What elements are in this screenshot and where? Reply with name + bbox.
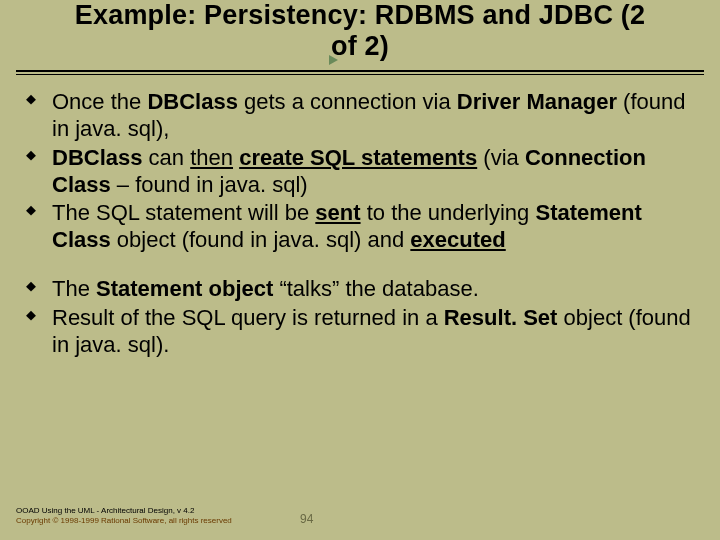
title-line2: of 2) bbox=[331, 31, 389, 61]
text: The bbox=[52, 276, 96, 301]
text: to the underlying bbox=[361, 200, 536, 225]
text-bold: DBClass bbox=[147, 89, 237, 114]
list-item: Result of the SQL query is returned in a… bbox=[26, 305, 694, 359]
page-number: 94 bbox=[300, 512, 313, 526]
list-item: Once the DBClass gets a connection via D… bbox=[26, 89, 694, 143]
text: The SQL statement will be bbox=[52, 200, 315, 225]
text-bold-underline: executed bbox=[410, 227, 505, 252]
text-bold-underline: create SQL statements bbox=[239, 145, 477, 170]
title-underline bbox=[16, 70, 704, 75]
list-item: DBClass can then create SQL statements (… bbox=[26, 145, 694, 199]
footer-line2: Copyright © 1998-1999 Rational Software,… bbox=[16, 516, 232, 526]
play-arrow-icon bbox=[329, 55, 338, 65]
text: (via bbox=[477, 145, 525, 170]
text: Result of the SQL query is returned in a bbox=[52, 305, 444, 330]
list-item: The Statement object “talks” the databas… bbox=[26, 276, 694, 303]
text-bold: Statement object bbox=[96, 276, 273, 301]
title-line1: Example: Persistency: RDBMS and JDBC (2 bbox=[75, 0, 645, 30]
text: – found in java. sql) bbox=[111, 172, 308, 197]
bullet-group-1: Once the DBClass gets a connection via D… bbox=[26, 89, 694, 254]
footer-line1: OOAD Using the UML - Architectural Desig… bbox=[16, 506, 232, 516]
text: can bbox=[142, 145, 190, 170]
text-underline: then bbox=[190, 145, 233, 170]
text: “talks” the database. bbox=[273, 276, 478, 301]
text-bold: DBClass bbox=[52, 145, 142, 170]
slide-title: Example: Persistency: RDBMS and JDBC (2 … bbox=[0, 0, 720, 68]
text-bold-underline: sent bbox=[315, 200, 360, 225]
title-line2-wrap: of 2) bbox=[331, 31, 389, 62]
text: Once the bbox=[52, 89, 147, 114]
text-bold: Result. Set bbox=[444, 305, 558, 330]
list-item: The SQL statement will be sent to the un… bbox=[26, 200, 694, 254]
bullet-group-2: The Statement object “talks” the databas… bbox=[26, 276, 694, 358]
slide-body: Once the DBClass gets a connection via D… bbox=[0, 85, 720, 358]
text-bold: Driver Manager bbox=[457, 89, 617, 114]
text: object (found in java. sql) and bbox=[111, 227, 411, 252]
text: gets a connection via bbox=[238, 89, 457, 114]
footer: OOAD Using the UML - Architectural Desig… bbox=[16, 506, 232, 526]
